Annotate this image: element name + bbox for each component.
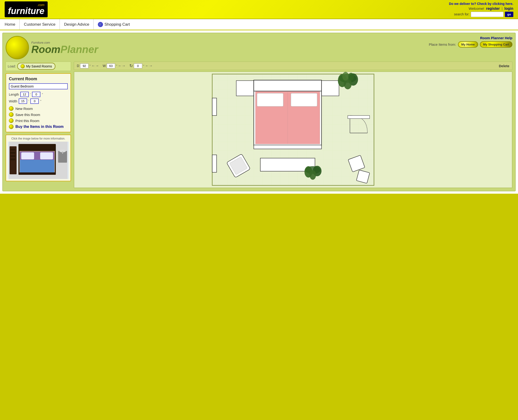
furniture-preview-image[interactable] [8,142,69,179]
planner-logo-circle [6,36,29,59]
dimension-toolbar: D " ←→ W " ←→ ↻ ° ←→ [74,62,512,70]
buy-items-action[interactable]: Buy the Items in this Room [9,124,68,129]
length-ft-input[interactable] [20,92,29,97]
depth-inch-unit: " [89,64,91,68]
top-bar: .com furniture Do we deliver to? Check b… [0,0,518,19]
save-room-bullet-icon [9,112,14,117]
new-room-action[interactable]: New Room [9,106,68,111]
svg-rect-34 [254,145,322,149]
width-toolbar-label: W [103,64,106,68]
planner-title-room: Room [31,44,61,55]
nav-home[interactable]: Home [5,19,20,30]
width-ft-unit: ' [29,99,29,103]
planner-body: Load: My Saved Rooms Current Room Length… [6,62,512,188]
left-panel: Load: My Saved Rooms Current Room Length… [6,62,71,188]
rotate-icon[interactable]: ↻ [129,63,133,68]
length-in-input[interactable] [32,92,40,97]
svg-rect-39 [212,155,217,172]
room-name-input[interactable] [9,83,68,89]
rotation-group: ↻ ° ←→ [129,63,153,68]
svg-rect-38 [212,98,217,115]
delete-button[interactable]: Delete [499,64,509,68]
depth-input[interactable] [80,63,89,68]
nav-shopping-cart[interactable]: 🛒 Shopping Cart [94,19,134,30]
width-label: Width [9,99,17,103]
place-items-row: Place Items from: My Home My Shopping Ca… [429,41,512,48]
delivery-link[interactable]: Check by clicking here. [477,2,513,6]
svg-rect-11 [40,152,53,159]
svg-rect-13 [18,172,56,175]
rotation-arrow: ←→ [145,64,153,68]
svg-rect-4 [10,155,15,157]
planner-title-word: Planner [61,44,98,55]
print-room-bullet-icon [9,118,14,123]
depth-arrow: ←→ [92,64,99,68]
welcome-text: Welcome! [469,7,484,10]
room-floor[interactable] [74,71,512,188]
rotation-input[interactable] [134,63,142,68]
nav-home-label: Home [5,22,15,27]
svg-rect-37 [348,115,370,119]
login-link[interactable]: login [504,7,513,11]
footer [0,194,518,201]
search-input[interactable] [471,12,503,17]
planner-container: Furniture.com RoomPlanner Room Planner H… [2,33,516,191]
load-label: Load: [8,64,16,68]
current-room-panel: Current Room Length ' " Width ' [6,73,71,132]
current-room-title: Current Room [9,76,68,82]
cart-icon: 🛒 [98,22,103,27]
svg-rect-20 [236,81,254,96]
new-room-label: New Room [15,107,33,111]
my-saved-rooms-button[interactable]: My Saved Rooms [17,63,55,70]
width-in-input[interactable] [30,98,39,104]
info-panel: Click the image below for more informati… [6,135,71,181]
place-items-label: Place Items from: [429,43,456,46]
logo-name: furniture [8,6,44,16]
svg-rect-3 [10,152,15,154]
nav-customer-service[interactable]: Customer Service [20,19,60,30]
depth-label: D [77,64,79,68]
print-room-action[interactable]: Print this Room [9,118,68,123]
info-panel-title: Click the image below for more informati… [8,137,69,140]
saved-rooms-label: My Saved Rooms [26,64,52,68]
search-label: search for: [454,12,469,16]
width-ft-input[interactable] [19,98,27,104]
nav-design-advice-label: Design Advice [64,22,89,27]
svg-rect-5 [10,158,15,160]
rotation-degree-unit: ° [143,64,144,68]
bed-preview-svg [9,142,68,179]
width-toolbar-group: W " ←→ [103,63,126,68]
register-link[interactable]: register [486,7,500,11]
planner-header: Furniture.com RoomPlanner Room Planner H… [6,36,512,59]
width-row: Width ' " [9,98,68,104]
length-row: Length ' " [9,92,68,97]
svg-rect-12 [20,160,54,173]
nav-design-advice[interactable]: Design Advice [60,19,94,30]
svg-point-26 [342,72,349,81]
room-planner-help-link[interactable]: Room Planner Help [480,36,512,40]
svg-point-27 [348,73,354,81]
save-room-action[interactable]: Save this Room [9,112,68,117]
my-home-button[interactable]: My Home [458,41,478,48]
width-arrow: ←→ [118,64,126,68]
svg-rect-31 [257,93,283,106]
svg-rect-2 [10,149,15,150]
delivery-text: Do we deliver to? [449,2,476,6]
buy-items-label: Buy the Items in this Room [15,125,63,129]
main-content: Furniture.com RoomPlanner Room Planner H… [0,30,518,194]
delivery-banner: Do we deliver to? Check by clicking here… [449,2,513,6]
my-shopping-cart-button[interactable]: My Shopping Cart [480,41,512,48]
top-right: Do we deliver to? Check by clicking here… [449,2,513,17]
depth-group: D " ←→ [77,63,99,68]
nav-shopping-cart-label: Shopping Cart [104,22,130,27]
load-row: Load: My Saved Rooms [6,62,71,71]
svg-rect-8 [18,144,56,151]
planner-logo-text: Furniture.com RoomPlanner [31,41,98,55]
length-ft-unit: ' [30,93,31,96]
width-toolbar-input[interactable] [107,63,115,68]
print-room-label: Print this Room [15,119,39,123]
width-in-unit: " [40,99,41,103]
room-floor-svg [74,72,512,188]
search-go-button[interactable]: go [505,12,513,17]
save-room-label: Save this Room [15,113,40,117]
